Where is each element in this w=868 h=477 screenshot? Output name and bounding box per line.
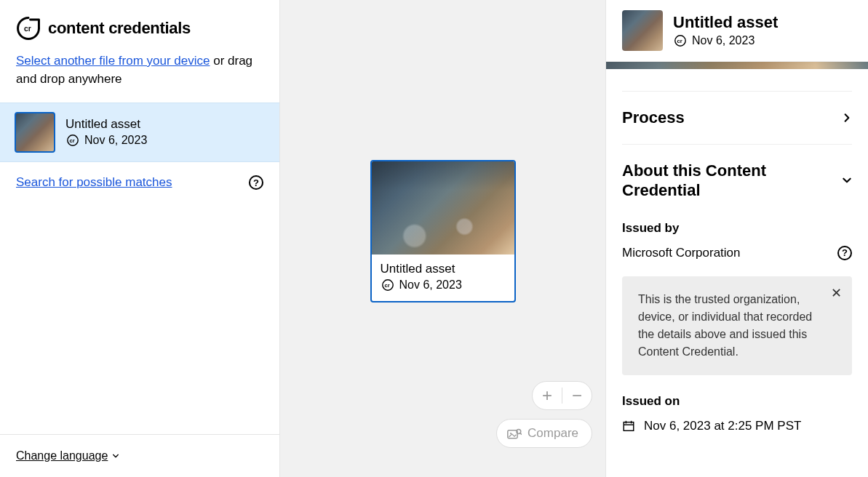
info-box: This is the trusted organization, device… xyxy=(622,276,852,375)
compare-label: Compare xyxy=(527,426,578,441)
search-matches-link[interactable]: Search for possible matches xyxy=(16,175,172,190)
svg-line-8 xyxy=(520,433,522,435)
issued-on-row: Nov 6, 2023 at 2:25 PM PST xyxy=(622,419,852,433)
asset-date: Nov 6, 2023 xyxy=(84,134,147,147)
zoom-out-button[interactable]: − xyxy=(562,381,592,410)
svg-text:cr: cr xyxy=(70,137,75,144)
zoom-controls: + − xyxy=(532,381,592,410)
change-language-button[interactable]: Change language xyxy=(16,449,119,462)
language-footer: Change language xyxy=(0,434,279,477)
info-text: This is the trusted organization, device… xyxy=(638,293,812,358)
change-language-label: Change language xyxy=(16,449,108,462)
right-date: Nov 6, 2023 xyxy=(692,34,754,47)
process-section-toggle[interactable]: Process xyxy=(622,91,852,144)
right-header: Untitled asset cr Nov 6, 2023 xyxy=(606,0,868,62)
svg-text:cr: cr xyxy=(24,25,31,33)
process-label: Process xyxy=(622,108,685,128)
help-icon[interactable]: ? xyxy=(249,175,263,190)
chevron-right-icon xyxy=(842,113,852,123)
issued-on-label: Issued on xyxy=(622,394,852,409)
svg-text:cr: cr xyxy=(384,282,389,289)
about-section-toggle[interactable]: About this Content Credential xyxy=(622,144,852,217)
canvas: Untitled asset cr Nov 6, 2023 + − Compar… xyxy=(280,0,606,477)
right-title: Untitled asset xyxy=(673,13,778,32)
asset-thumbnail xyxy=(15,112,55,153)
issued-by-value: Microsoft Corporation xyxy=(622,246,741,260)
preview-strip xyxy=(606,62,868,69)
asset-card-image xyxy=(372,161,514,254)
zoom-in-button[interactable]: + xyxy=(533,381,562,410)
brand-title: content credentials xyxy=(48,19,191,38)
compare-button[interactable]: Compare xyxy=(496,419,592,448)
svg-text:cr: cr xyxy=(677,38,682,44)
chevron-down-icon xyxy=(112,452,119,460)
issued-by-label: Issued by xyxy=(622,221,852,236)
help-icon[interactable]: ? xyxy=(837,246,852,260)
issued-on-value: Nov 6, 2023 at 2:25 PM PST xyxy=(644,419,801,433)
cr-logo-icon: cr xyxy=(16,16,41,41)
asset-list-item[interactable]: Untitled asset cr Nov 6, 2023 xyxy=(0,103,279,162)
right-body: Process About this Content Credential Is… xyxy=(606,62,868,477)
issuer-row: Microsoft Corporation ? xyxy=(622,246,852,260)
card-title: Untitled asset xyxy=(381,262,506,276)
asset-card[interactable]: Untitled asset cr Nov 6, 2023 xyxy=(370,160,516,302)
sidebar-left: cr content credentials Select another fi… xyxy=(0,0,280,477)
sidebar-right: Untitled asset cr Nov 6, 2023 Process Ab… xyxy=(606,0,868,477)
cr-badge-icon: cr xyxy=(673,33,688,48)
cr-badge-icon: cr xyxy=(381,278,395,292)
calendar-icon xyxy=(622,420,635,433)
select-file-link[interactable]: Select another file from your device xyxy=(16,54,210,68)
compare-icon xyxy=(507,427,522,440)
about-label: About this Content Credential xyxy=(622,161,811,201)
cr-badge-icon: cr xyxy=(65,133,80,148)
search-row: Search for possible matches ? xyxy=(0,162,279,203)
chevron-down-icon xyxy=(842,175,852,185)
upload-instructions: Select another file from your device or … xyxy=(0,52,279,103)
close-icon[interactable]: ✕ xyxy=(831,286,842,300)
asset-name: Untitled asset xyxy=(65,117,147,132)
right-thumbnail xyxy=(622,10,663,51)
card-date: Nov 6, 2023 xyxy=(399,278,462,292)
svg-rect-11 xyxy=(624,422,634,430)
svg-point-6 xyxy=(510,433,511,434)
brand: cr content credentials xyxy=(0,0,279,52)
